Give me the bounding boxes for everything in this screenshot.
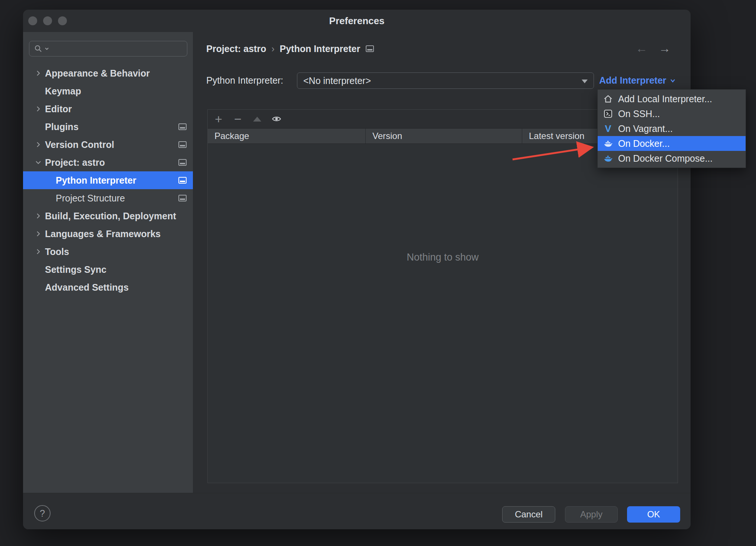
interpreter-label: Python Interpreter:: [206, 75, 283, 86]
sidebar-item-tools[interactable]: Tools: [23, 243, 193, 261]
panel-icon: [178, 140, 187, 149]
sidebar-item-languages-frameworks[interactable]: Languages & Frameworks: [23, 225, 193, 243]
sidebar-item-label: Build, Execution, Deployment: [45, 211, 176, 222]
settings-search-input[interactable]: [29, 41, 187, 56]
sidebar-item-label: Project Structure: [56, 193, 125, 204]
menu-item-on-ssh[interactable]: On SSH...: [598, 106, 746, 121]
sidebar-item-build-execution-deployment[interactable]: Build, Execution, Deployment: [23, 207, 193, 225]
back-arrow-icon[interactable]: ←: [636, 42, 647, 55]
chevron-right-icon[interactable]: [34, 248, 42, 256]
preferences-dialog: Preferences Appearance & Behavior Keymap: [23, 10, 691, 529]
column-header-version[interactable]: Version: [365, 129, 522, 143]
chevron-right-icon[interactable]: [34, 105, 42, 113]
sidebar-item-label: Plugins: [45, 122, 78, 132]
panel-icon: [178, 176, 187, 184]
forward-arrow-icon[interactable]: →: [659, 42, 671, 55]
combo-dropdown-icon: [582, 80, 588, 83]
sidebar-item-label: Keymap: [45, 86, 81, 97]
sidebar-item-appearance-behavior[interactable]: Appearance & Behavior: [23, 64, 193, 82]
sidebar-item-project-structure[interactable]: Project Structure: [23, 189, 193, 207]
dialog-title: Preferences: [329, 15, 385, 27]
chevron-right-icon[interactable]: [34, 212, 42, 220]
sidebar-item-label: Editor: [45, 104, 72, 114]
sidebar-item-python-interpreter[interactable]: Python Interpreter: [23, 171, 193, 189]
apply-button[interactable]: Apply: [565, 506, 618, 523]
minimize-window-button[interactable]: [43, 16, 52, 25]
menu-item-label: On Vagrant...: [618, 123, 673, 134]
breadcrumb-project[interactable]: Project: astro: [206, 43, 266, 54]
panel-icon: [365, 45, 374, 53]
sidebar-item-project-astro[interactable]: Project: astro: [23, 154, 193, 171]
home-icon: [603, 94, 613, 104]
sidebar-item-version-control[interactable]: Version Control: [23, 136, 193, 154]
sidebar-item-label: Version Control: [45, 139, 114, 150]
packages-table-body: Nothing to show: [208, 144, 678, 483]
sidebar-item-label: Settings Sync: [45, 264, 106, 275]
breadcrumb: Project: astro › Python Interpreter: [206, 39, 374, 58]
interpreter-select[interactable]: <No interpreter>: [297, 72, 594, 89]
chevron-down-icon[interactable]: [34, 158, 42, 167]
breadcrumb-separator: ›: [271, 43, 274, 54]
sidebar-item-label: Languages & Frameworks: [45, 229, 161, 239]
sidebar-item-label: Project: astro: [45, 157, 105, 168]
settings-sidebar: Appearance & Behavior Keymap Editor Plug…: [23, 32, 193, 493]
sidebar-item-advanced-settings[interactable]: Advanced Settings: [23, 278, 193, 296]
panel-icon: [178, 123, 187, 131]
vagrant-icon: V: [603, 123, 613, 134]
settings-tree: Appearance & Behavior Keymap Editor Plug…: [23, 64, 193, 296]
chevron-right-icon[interactable]: [34, 230, 42, 238]
sidebar-item-editor[interactable]: Editor: [23, 100, 193, 118]
menu-item-label: Add Local Interpreter...: [618, 94, 712, 104]
sidebar-item-label: Python Interpreter: [56, 175, 136, 186]
eye-icon[interactable]: [272, 114, 281, 124]
remove-package-icon[interactable]: −: [233, 114, 243, 124]
sidebar-item-label: Tools: [45, 246, 69, 257]
menu-item-label: On Docker Compose...: [618, 153, 713, 164]
add-package-icon[interactable]: +: [214, 114, 223, 124]
sidebar-item-label: Appearance & Behavior: [45, 68, 150, 79]
interpreter-value: <No interpreter>: [303, 75, 371, 86]
menu-item-label: On SSH...: [618, 109, 660, 119]
ssh-icon: [603, 109, 613, 119]
sidebar-item-plugins[interactable]: Plugins: [23, 118, 193, 136]
close-window-button[interactable]: [28, 16, 37, 25]
search-history-chevron-icon[interactable]: [44, 46, 49, 51]
ok-button[interactable]: OK: [627, 506, 680, 523]
docker-icon: [603, 138, 613, 149]
add-interpreter-menu: Add Local Interpreter... On SSH... V On …: [597, 89, 746, 168]
sidebar-item-keymap[interactable]: Keymap: [23, 82, 193, 100]
help-button[interactable]: ?: [34, 505, 51, 521]
breadcrumb-page: Python Interpreter: [280, 43, 361, 54]
docker-compose-icon: [603, 153, 613, 164]
menu-item-add-local-interpreter[interactable]: Add Local Interpreter...: [598, 91, 746, 106]
title-bar: Preferences: [23, 10, 691, 32]
menu-item-label: On Docker...: [618, 138, 670, 149]
sidebar-item-settings-sync[interactable]: Settings Sync: [23, 261, 193, 278]
zoom-window-button[interactable]: [58, 16, 67, 25]
cancel-button[interactable]: Cancel: [502, 506, 555, 523]
upgrade-package-icon[interactable]: [252, 114, 262, 124]
chevron-down-icon: [669, 77, 676, 84]
menu-item-on-docker-compose[interactable]: On Docker Compose...: [598, 151, 746, 166]
history-nav: ← →: [636, 42, 671, 55]
dialog-footer: ? Cancel Apply OK: [23, 493, 691, 529]
empty-table-message: Nothing to show: [208, 252, 678, 263]
chevron-right-icon[interactable]: [34, 140, 42, 149]
menu-item-on-docker[interactable]: On Docker...: [598, 136, 746, 151]
search-icon: [34, 44, 43, 53]
window-controls: [28, 16, 67, 25]
sidebar-item-label: Advanced Settings: [45, 282, 129, 293]
add-interpreter-link[interactable]: Add Interpreter: [599, 75, 676, 86]
panel-icon: [178, 194, 187, 202]
add-interpreter-label: Add Interpreter: [599, 75, 666, 86]
menu-item-on-vagrant[interactable]: V On Vagrant...: [598, 121, 746, 136]
chevron-right-icon[interactable]: [34, 69, 42, 77]
column-header-package[interactable]: Package: [208, 129, 365, 143]
panel-icon: [178, 158, 187, 167]
